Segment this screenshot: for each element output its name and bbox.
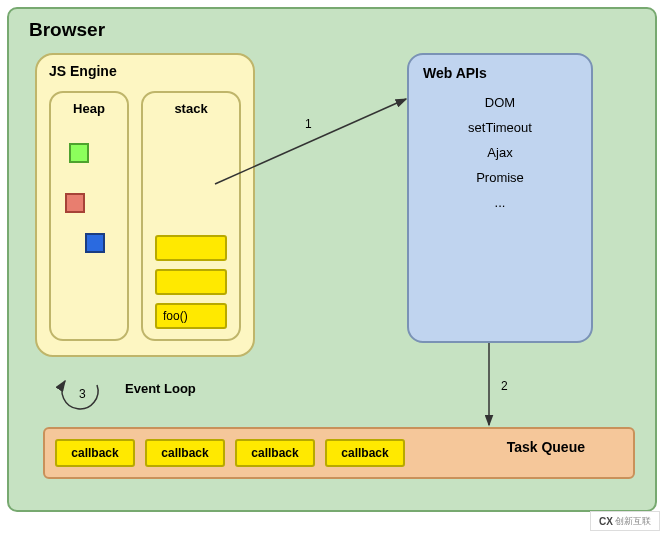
heap-title: Heap bbox=[73, 101, 105, 116]
browser-container: Browser JS Engine Heap stack foo() Web A… bbox=[7, 7, 657, 512]
arrow-label-1: 1 bbox=[305, 117, 312, 131]
watermark-text: 创新互联 bbox=[615, 515, 651, 528]
stack-title: stack bbox=[155, 101, 227, 116]
web-apis-box: Web APIs DOM setTimeout Ajax Promise ... bbox=[407, 53, 593, 343]
task-queue-box: callback callback callback callback Task… bbox=[43, 427, 635, 479]
heap-object-blue bbox=[85, 233, 105, 253]
api-item: Ajax bbox=[423, 145, 577, 160]
api-item: DOM bbox=[423, 95, 577, 110]
heap-box: Heap bbox=[49, 91, 129, 341]
callback-item: callback bbox=[55, 439, 135, 467]
heap-object-red bbox=[65, 193, 85, 213]
task-queue-title: Task Queue bbox=[507, 439, 585, 455]
stack-frame bbox=[155, 269, 227, 295]
stack-box: stack foo() bbox=[141, 91, 241, 341]
arrow-label-2: 2 bbox=[501, 379, 508, 393]
browser-title: Browser bbox=[29, 19, 105, 41]
api-item: ... bbox=[423, 195, 577, 210]
callback-item: callback bbox=[235, 439, 315, 467]
stack-frame: foo() bbox=[155, 303, 227, 329]
watermark-brand: CX bbox=[599, 516, 613, 527]
api-item: setTimeout bbox=[423, 120, 577, 135]
stack-items: foo() bbox=[155, 235, 227, 329]
web-apis-title: Web APIs bbox=[423, 65, 577, 81]
callback-item: callback bbox=[325, 439, 405, 467]
arrow-label-3: 3 bbox=[79, 387, 86, 401]
stack-frame bbox=[155, 235, 227, 261]
js-engine-title: JS Engine bbox=[49, 63, 117, 79]
event-loop-label: Event Loop bbox=[125, 381, 196, 396]
callback-item: callback bbox=[145, 439, 225, 467]
api-item: Promise bbox=[423, 170, 577, 185]
watermark: CX 创新互联 bbox=[590, 511, 660, 531]
js-engine-box: JS Engine Heap stack foo() bbox=[35, 53, 255, 357]
heap-object-green bbox=[69, 143, 89, 163]
